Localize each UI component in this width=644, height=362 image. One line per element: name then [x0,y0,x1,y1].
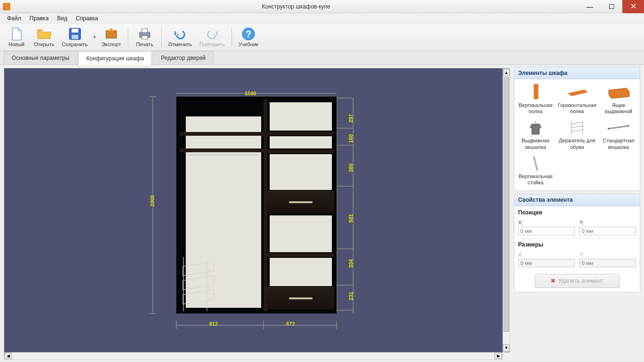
menu-edit[interactable]: Правка [25,14,53,23]
palette-label: Ящик выдвижной [599,102,638,115]
palette-vertical-shelf[interactable]: Вертикальная полка [515,82,556,116]
toolbar-separator [128,27,128,47]
vertical-shelf-icon [524,84,547,101]
left-panel [186,116,261,308]
tab-config[interactable]: Конфигурация шкафа [78,51,152,65]
toolbar-separator [231,27,232,47]
tutorial-label: Учебник [239,41,258,47]
tab-doors[interactable]: Редактор дверей [153,51,214,65]
close-button[interactable]: ✕ [622,0,644,13]
shelf [267,149,334,153]
palette-drawer[interactable]: Ящик выдвижной [598,82,639,116]
pos-y-label: Y: [579,220,584,225]
svg-rect-26 [534,84,538,99]
vertical-divider [264,99,267,311]
export-icon [104,27,119,41]
undo-icon [173,27,188,41]
new-button[interactable]: Новый [3,25,30,49]
size-y-input [579,259,636,267]
design-canvas[interactable]: ▲ ▼ 2000 1500 297 160 380 581 334 231 81… [4,68,510,353]
palette-label: Вертикальная стойка [516,173,555,186]
scroll-left-icon[interactable]: ◀ [4,353,12,359]
shelf [180,148,264,152]
pos-x-label: X: [518,220,523,225]
svg-rect-1 [72,29,78,33]
menu-help[interactable]: Справка [72,14,102,23]
pos-x-input[interactable] [518,227,575,235]
svg-point-30 [608,128,610,130]
save-button[interactable]: Сохранить [58,25,91,49]
svg-rect-2 [72,35,78,39]
window-controls: — ☐ ✕ [579,0,644,13]
redo-button[interactable]: Повторить [196,25,229,49]
window-title: Конструктор шкафов-купе [13,3,579,10]
wardrobe [150,94,367,335]
right-panel [270,102,332,131]
right-panel [270,258,332,286]
tab-params[interactable]: Основные параметры [4,51,77,65]
undo-button[interactable]: Отменить [165,25,196,49]
scroll-thumb[interactable] [504,77,509,332]
export-label: Экспорт [101,41,121,47]
drawer [267,287,334,310]
title-bar: Конструктор шкафов-купе — ☐ ✕ [0,0,644,13]
drawer-icon [607,84,630,101]
palette-vertical-stand[interactable]: Вертикальная стойка [515,153,556,188]
menu-view[interactable]: Вид [53,14,72,23]
shelf [180,132,264,136]
menu-bar: Файл Правка Вид Справка [0,13,644,24]
svg-line-29 [609,126,628,129]
sidebar: Элементы шкафа Вертикальная полка Горизо… [512,65,644,362]
pos-y-input[interactable] [579,227,636,235]
menu-file[interactable]: Файл [3,14,25,23]
svg-line-32 [534,156,537,171]
tab-strip: Основные параметры Конфигурация шкафа Ре… [0,51,644,65]
palette-standard-hanger[interactable]: Стандартная вешалка [598,117,639,152]
properties-panel: Свойства элемента Позиция X: Y: Размеры [514,194,640,292]
right-panel [270,154,332,190]
print-button[interactable]: Печать [131,25,158,49]
undo-label: Отменить [168,41,192,47]
shelf [267,253,334,257]
svg-text:?: ? [246,29,251,39]
shelf [267,132,334,135]
elements-palette: Вертикальная полка Горизонтальная полка … [514,79,640,190]
scroll-right-icon[interactable]: ▶ [495,353,502,359]
toolbar-separator [161,27,162,47]
folder-open-icon [37,27,52,41]
scroll-up-icon[interactable]: ▲ [503,69,510,76]
maximize-button[interactable]: ☐ [601,0,622,13]
scroll-down-icon[interactable]: ▼ [503,344,510,352]
help-icon: ? [241,27,256,41]
svg-marker-28 [609,88,629,99]
open-button[interactable]: Открыть [30,25,58,49]
size-y-label: Y: [579,252,584,257]
tutorial-button[interactable]: ? Учебник [235,25,262,49]
palette-label: Вертикальная полка [516,102,555,115]
palette-shoe-holder[interactable]: Держатель для обуви [557,117,597,152]
delete-element-button: ✖ Удалить элемент [535,274,619,288]
export-button[interactable]: Экспорт [98,25,125,49]
size-section: Размеры X: Y: [514,238,640,270]
print-label: Печать [136,41,153,47]
elements-header: Элементы шкафа [514,67,640,79]
vertical-scrollbar[interactable]: ▲ ▼ [503,68,510,352]
new-file-icon [9,27,24,41]
hanger-shirt-icon [524,119,547,136]
drawer-handle-icon [289,201,313,203]
horizontal-scrollbar[interactable]: ◀ ▶ [4,353,503,360]
save-dropdown-icon[interactable]: ▾ [91,34,98,40]
right-panel [270,215,332,252]
redo-label: Повторить [199,41,225,47]
canvas-wrapper: ▲ ▼ 2000 1500 297 160 380 581 334 231 81… [0,65,512,362]
palette-label: Горизонтальная полка [558,102,596,115]
size-x-input [518,259,575,267]
position-section: Позиция X: Y: [514,206,640,238]
toolbar: Новый Открыть Сохранить ▾ Экспорт Печать… [0,24,644,51]
palette-horizontal-shelf[interactable]: Горизонтальная полка [557,82,597,116]
properties-header: Свойства элемента [514,194,640,206]
minimize-button[interactable]: — [579,0,601,13]
palette-label: Стандартная вешалка [599,138,638,150]
palette-pullout-hanger[interactable]: Выдвижная вешалка [515,117,556,152]
horizontal-shelf-icon [565,84,589,101]
